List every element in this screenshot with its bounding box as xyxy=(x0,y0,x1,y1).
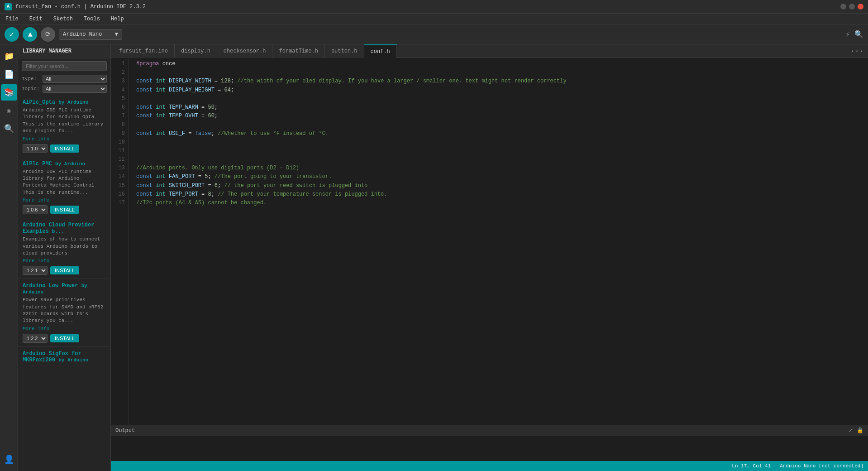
library-item: Arduino Low Power by ArduinoPower save p… xyxy=(18,279,110,347)
lib-desc: Arduino IDE PLC runtime library for Ardu… xyxy=(23,107,106,135)
code-line: const int USE_F = false; //Whether to us… xyxy=(136,130,868,138)
filter-type-row: Type: All xyxy=(18,74,110,84)
maximize-button[interactable] xyxy=(849,4,855,10)
menu-edit[interactable]: Edit xyxy=(28,15,44,23)
lib-desc: Examples of how to connect various Ardui… xyxy=(23,236,106,257)
line-number: 16 xyxy=(111,190,125,199)
line-number: 3 xyxy=(111,77,125,86)
close-button[interactable] xyxy=(858,4,863,10)
lib-more-link[interactable]: More info xyxy=(23,136,106,142)
line-number: 5 xyxy=(111,95,125,103)
output-panel: Output ⤢ 🔒 xyxy=(111,425,868,461)
code-line xyxy=(136,120,868,129)
board-name: Arduino Nano xyxy=(63,31,102,38)
line-number: 8 xyxy=(111,120,125,129)
lib-version-select[interactable]: 1.2.2 xyxy=(23,334,48,343)
tabs-more-button[interactable]: ··· xyxy=(846,47,868,55)
minimize-button[interactable] xyxy=(840,4,846,10)
lib-actions: 1.2.2 INSTALL xyxy=(23,334,106,343)
lib-name: Arduino Cloud Provider Examples b... xyxy=(23,222,106,235)
lib-name: Arduino SigFox for MKRFox1200 by Arduino xyxy=(23,351,106,363)
code-line: const int TEMP_OVHT = 60; xyxy=(136,112,868,120)
tab-fursuit_fan_ino[interactable]: fursuit_fan.ino xyxy=(113,44,175,58)
menu-help[interactable]: Help xyxy=(109,15,126,23)
title-bar-left: A fursuit_fan - conf.h | Arduino IDE 2.3… xyxy=(5,3,146,10)
lib-version-select[interactable]: 1.0.6 xyxy=(23,205,48,214)
tab-formatTime_h[interactable]: formatTime.h xyxy=(272,44,324,58)
line-number: 13 xyxy=(111,164,125,173)
lib-name: AlPlc_Opta by Arduino xyxy=(23,99,106,106)
lib-version-select[interactable]: 1.2.1 xyxy=(23,266,48,275)
tab-button_h[interactable]: button.h xyxy=(325,44,364,58)
lib-more-link[interactable]: More info xyxy=(23,258,106,264)
cursor-position: Ln 17, Col 41 xyxy=(732,463,771,469)
editor-area: fursuit_fan.inodisplay.hchecksensor.hfor… xyxy=(111,44,868,471)
line-numbers: 1234567891011121314151617 xyxy=(111,58,129,425)
code-line xyxy=(136,95,868,103)
library-item: AlPlc_PMC by ArduinoArduino IDE PLC runt… xyxy=(18,157,110,219)
menu-tools[interactable]: Tools xyxy=(82,15,102,23)
type-label: Type: xyxy=(22,76,40,82)
lib-more-link[interactable]: More info xyxy=(23,326,106,332)
sidebar-icons: 📁 📄 📚 ◉ 🔍 👤 xyxy=(0,44,18,471)
sidebar-sketch-icon[interactable]: 📄 xyxy=(1,66,17,82)
code-line: const int TEMP_PORT = 8; // The port you… xyxy=(136,190,868,199)
type-filter[interactable]: All xyxy=(43,75,107,83)
output-lock-icon[interactable]: 🔒 xyxy=(857,427,863,434)
line-number: 14 xyxy=(111,173,125,181)
toolbar-right: ⚡ 🔍 xyxy=(845,30,863,39)
tab-conf_h[interactable]: conf.h xyxy=(364,44,397,58)
sidebar-folder-icon[interactable]: 📁 xyxy=(1,48,17,64)
sidebar-search-icon[interactable]: 🔍 xyxy=(1,120,17,137)
sidebar-user-icon[interactable]: 👤 xyxy=(1,451,17,467)
lib-name: AlPlc_PMC by Arduino xyxy=(23,161,106,167)
lib-more-link[interactable]: More info xyxy=(23,197,106,203)
output-label: Output xyxy=(115,428,135,434)
library-item: Arduino Cloud Provider Examples b...Exam… xyxy=(18,218,110,279)
topic-label: Topic: xyxy=(22,86,40,91)
sidebar-library-icon[interactable]: 📚 xyxy=(1,84,17,101)
tab-checksensor_h[interactable]: checksensor.h xyxy=(217,44,273,58)
search-toolbar-icon[interactable]: 🔍 xyxy=(854,30,863,39)
window-controls[interactable] xyxy=(840,4,863,10)
board-selector[interactable]: Arduino Nano ▼ xyxy=(59,29,122,40)
line-number: 7 xyxy=(111,112,125,120)
topic-filter[interactable]: All xyxy=(43,85,107,93)
menu-file[interactable]: File xyxy=(4,15,20,23)
upload-button[interactable]: ▶ xyxy=(23,27,37,42)
lib-actions: 1.0.6 INSTALL xyxy=(23,205,106,214)
menu-bar: File Edit Sketch Tools Help xyxy=(0,14,868,24)
lib-install-button[interactable]: INSTALL xyxy=(50,144,79,153)
debug-button[interactable]: ⟳ xyxy=(41,27,55,42)
verify-button[interactable]: ✓ xyxy=(5,27,19,42)
title-bar: A fursuit_fan - conf.h | Arduino IDE 2.3… xyxy=(0,0,868,14)
output-header-actions: ⤢ 🔒 xyxy=(849,427,863,434)
board-status: Arduino Nano [not connected] xyxy=(780,463,863,469)
line-number: 4 xyxy=(111,86,125,95)
code-line: #pragma once xyxy=(136,60,868,68)
lib-install-button[interactable]: INSTALL xyxy=(50,206,79,214)
code-line xyxy=(136,155,868,164)
tabs-bar: fursuit_fan.inodisplay.hchecksensor.hfor… xyxy=(111,44,868,58)
main-layout: 📁 📄 📚 ◉ 🔍 👤 LIBRARY MANAGER Type: All To… xyxy=(0,44,868,471)
lib-version-select[interactable]: 1.1.0 xyxy=(23,144,48,153)
menu-sketch[interactable]: Sketch xyxy=(52,15,75,23)
output-expand-icon[interactable]: ⤢ xyxy=(849,427,853,434)
library-header: LIBRARY MANAGER xyxy=(18,44,110,58)
sidebar-board-icon[interactable]: ◉ xyxy=(1,102,17,119)
tab-display_h[interactable]: display.h xyxy=(175,44,217,58)
code-line: const int SWITCH_PORT = 6; // the port y… xyxy=(136,182,868,190)
code-line: const int FAN_PORT = 5; //The port going… xyxy=(136,173,868,181)
arduino-icon: A xyxy=(5,3,12,10)
lib-actions: 1.2.1 INSTALL xyxy=(23,266,106,275)
lib-install-button[interactable]: INSTALL xyxy=(50,266,79,274)
serial-monitor-icon[interactable]: ⚡ xyxy=(845,30,850,39)
line-number: 12 xyxy=(111,155,125,164)
library-search-input[interactable] xyxy=(22,61,107,71)
lib-install-button[interactable]: INSTALL xyxy=(50,334,79,342)
code-line xyxy=(136,147,868,155)
code-content[interactable]: #pragma once const int DISPLAY_WIDTH = 1… xyxy=(129,58,868,425)
code-line: const int DISPLAY_HEIGHT = 64; xyxy=(136,86,868,95)
code-editor[interactable]: 1234567891011121314151617 #pragma once c… xyxy=(111,58,868,425)
lib-actions: 1.1.0 INSTALL xyxy=(23,144,106,153)
